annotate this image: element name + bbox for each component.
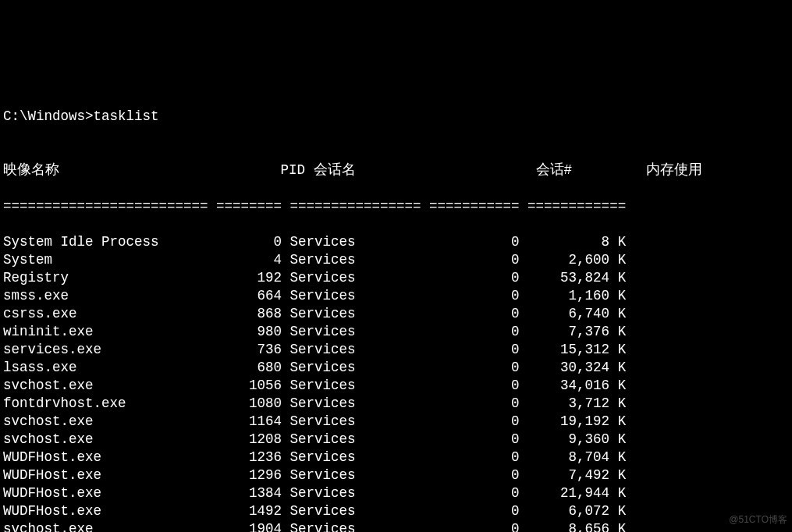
watermark-text: @51CTO博客	[729, 511, 787, 529]
process-row: System Idle Process 0 Services 0 8 K	[3, 233, 789, 251]
process-row: WUDFHost.exe 1296 Services 0 7,492 K	[3, 466, 789, 484]
column-header-line: 映像名称 PID 会话名 会话# 内存使用	[3, 161, 789, 179]
process-row: svchost.exe 1208 Services 0 9,360 K	[3, 431, 789, 449]
process-row: System 4 Services 0 2,600 K	[3, 251, 789, 269]
process-row: csrss.exe 868 Services 0 6,740 K	[3, 305, 789, 323]
process-row: svchost.exe 1904 Services 0 8,656 K	[3, 520, 789, 532]
process-row: services.exe 736 Services 0 15,312 K	[3, 341, 789, 359]
process-row: wininit.exe 980 Services 0 7,376 K	[3, 323, 789, 341]
process-row: WUDFHost.exe 1384 Services 0 21,944 K	[3, 484, 789, 502]
terminal-window[interactable]: C:\Windows>tasklist 映像名称 PID 会话名 会话# 内存使…	[0, 90, 792, 532]
command-prompt-line: C:\Windows>tasklist	[3, 108, 789, 126]
process-row: svchost.exe 1056 Services 0 34,016 K	[3, 377, 789, 395]
process-row: Registry 192 Services 0 53,824 K	[3, 269, 789, 287]
process-row: lsass.exe 680 Services 0 30,324 K	[3, 359, 789, 377]
process-row: smss.exe 664 Services 0 1,160 K	[3, 287, 789, 305]
process-rows: System Idle Process 0 Services 0 8 KSyst…	[3, 233, 789, 532]
process-row: WUDFHost.exe 1236 Services 0 8,704 K	[3, 449, 789, 466]
process-row: svchost.exe 1164 Services 0 19,192 K	[3, 413, 789, 431]
process-row: WUDFHost.exe 1492 Services 0 6,072 K	[3, 502, 789, 520]
process-row: fontdrvhost.exe 1080 Services 0 3,712 K	[3, 395, 789, 413]
separator-line: ========================= ======== =====…	[3, 197, 789, 215]
